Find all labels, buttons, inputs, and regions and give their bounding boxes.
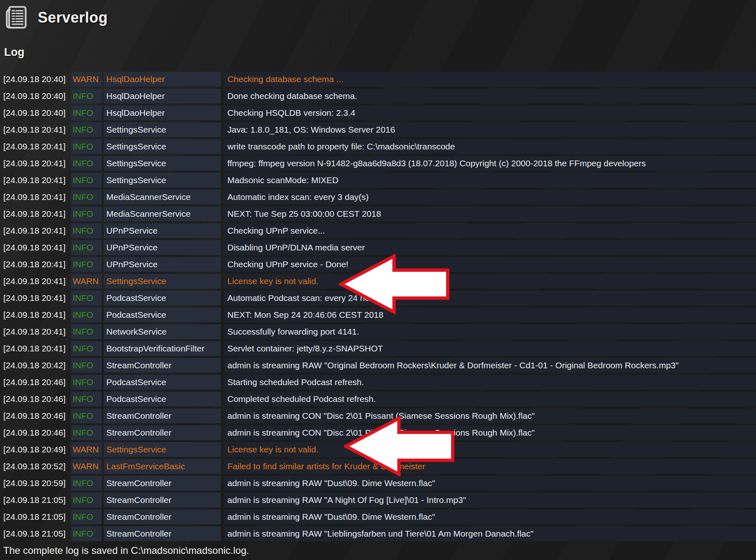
log-row: [24.09.18 20:41]INFOUPnPServiceChecking … [0, 223, 756, 238]
log-service-name: StreamController [104, 425, 221, 440]
log-service-name: LastFmServiceBasic [104, 459, 221, 474]
log-level-badge: INFO [71, 341, 102, 356]
log-level-badge: INFO [71, 190, 102, 204]
log-book-icon [4, 5, 29, 30]
log-level-badge: WARN [71, 72, 102, 87]
log-timestamp: [24.09.18 20:41] [0, 341, 71, 356]
log-level-badge: WARN [71, 274, 102, 289]
log-file-path-note: The complete log is saved in C:\madsonic… [3, 545, 249, 556]
log-row: [24.09.18 20:42]INFOStreamControlleradmi… [0, 358, 756, 373]
log-row: [24.09.18 21:05]INFOStreamControlleradmi… [0, 510, 756, 524]
log-message: Failed to find similar artists for Krude… [224, 459, 756, 474]
log-level-badge: INFO [71, 291, 102, 305]
log-timestamp: [24.09.18 20:41] [0, 173, 71, 188]
log-message: Completed scheduled Podcast refresh. [224, 392, 756, 406]
log-message: write transcode path to property file: C… [224, 139, 756, 154]
log-row: [24.09.18 20:41]INFOMediaScannerServiceA… [0, 190, 756, 204]
log-level-badge: INFO [71, 89, 102, 103]
serverlog-page: Serverlog Log [24.09.18 20:40]WARNHsqlDa… [0, 0, 756, 560]
log-message: Checking database schema ... [224, 72, 756, 87]
log-timestamp: [24.09.18 20:41] [0, 139, 71, 154]
log-level-badge: INFO [71, 308, 102, 322]
log-row: [24.09.18 20:41]INFOSettingsServiceJava:… [0, 122, 756, 137]
log-level-badge: INFO [71, 493, 102, 507]
log-timestamp: [24.09.18 20:41] [0, 207, 71, 221]
log-service-name: NetworkService [104, 324, 221, 339]
log-timestamp: [24.09.18 20:41] [0, 190, 71, 204]
log-row: [24.09.18 20:41]INFOUPnPServiceDisabling… [0, 240, 756, 255]
log-message: admin is streaming CON "Disc 2\01 Pissan… [224, 425, 756, 440]
log-level-badge: INFO [71, 106, 102, 120]
license-warning-arrow-2 [344, 416, 455, 476]
log-timestamp: [24.09.18 20:41] [0, 156, 71, 171]
log-level-badge: INFO [71, 375, 102, 390]
license-warning-arrow-1 [339, 254, 450, 314]
log-level-badge: INFO [71, 392, 102, 406]
log-service-name: StreamController [104, 476, 221, 491]
log-timestamp: [24.09.18 20:40] [0, 106, 71, 120]
log-timestamp: [24.09.18 20:52] [0, 459, 71, 474]
log-message: Checking UPnP service... [224, 223, 756, 238]
log-service-name: SettingsService [104, 122, 221, 137]
log-row: [24.09.18 20:59]INFOStreamControlleradmi… [0, 476, 756, 491]
log-level-badge: INFO [71, 122, 102, 137]
log-service-name: UPnPService [104, 240, 221, 255]
log-timestamp: [24.09.18 20:49] [0, 442, 71, 457]
log-row: [24.09.18 21:05]INFOStreamControlleradmi… [0, 526, 756, 541]
log-message: Disabling UPnP/DLNA media server [224, 240, 756, 255]
log-message: License key is not valid. [224, 442, 756, 457]
log-row: [24.09.18 20:41]INFOSettingsServiceffmpe… [0, 156, 756, 171]
log-service-name: StreamController [104, 358, 221, 373]
log-timestamp: [24.09.18 20:59] [0, 476, 71, 491]
log-service-name: HsqlDaoHelper [104, 106, 221, 120]
log-row: [24.09.18 20:41]INFONetworkServiceSucces… [0, 324, 756, 339]
log-timestamp: [24.09.18 20:40] [0, 89, 71, 103]
log-level-badge: WARN [71, 459, 102, 474]
log-timestamp: [24.09.18 20:41] [0, 122, 71, 137]
log-timestamp: [24.09.18 20:41] [0, 240, 71, 255]
log-timestamp: [24.09.18 20:42] [0, 358, 71, 373]
log-timestamp: [24.09.18 20:46] [0, 375, 71, 390]
log-row: [24.09.18 20:46]INFOPodcastServiceComple… [0, 392, 756, 406]
log-message: NEXT: Tue Sep 25 03:00:00 CEST 2018 [224, 207, 756, 221]
log-service-name: StreamController [104, 493, 221, 507]
log-level-badge: INFO [71, 526, 102, 541]
log-row: [24.09.18 20:41]INFOMediaScannerServiceN… [0, 207, 756, 221]
log-service-name: StreamController [104, 510, 221, 524]
log-message: admin is streaming RAW "Lieblingsfarben … [224, 526, 756, 541]
log-service-name: PodcastService [104, 392, 221, 406]
log-level-badge: INFO [71, 409, 102, 423]
log-message: License key is not valid. [224, 274, 756, 289]
page-header: Serverlog [4, 5, 108, 30]
log-level-badge: INFO [71, 223, 102, 238]
log-section-heading: Log [4, 46, 24, 59]
log-row: [24.09.18 20:41]INFOBootstrapVerificatio… [0, 341, 756, 356]
log-service-name: StreamController [104, 409, 221, 423]
log-message: Starting scheduled Podcast refresh. [224, 375, 756, 390]
log-service-name: HsqlDaoHelper [104, 72, 221, 87]
log-message: Servlet container: jetty/8.y.z-SNAPSHOT [224, 341, 756, 356]
log-level-badge: INFO [71, 240, 102, 255]
log-timestamp: [24.09.18 20:41] [0, 324, 71, 339]
log-service-name: PodcastService [104, 375, 221, 390]
log-timestamp: [24.09.18 20:41] [0, 308, 71, 322]
log-message: admin is streaming RAW "Dust\09. Dime We… [224, 476, 756, 491]
log-message: Automatic index scan: every 3 day(s) [224, 190, 756, 204]
log-message: Automatic Podcast scan: every 24 hour(s) [224, 291, 756, 305]
log-message: Madsonic scanMode: MIXED [224, 173, 756, 188]
log-service-name: SettingsService [104, 139, 221, 154]
log-level-badge: INFO [71, 173, 102, 188]
log-message: ffmpeg: ffmpeg version N-91482-g8aa6d9a8… [224, 156, 756, 171]
log-service-name: PodcastService [104, 291, 221, 305]
log-service-name: MediaScannerService [104, 190, 221, 204]
log-timestamp: [24.09.18 20:41] [0, 257, 71, 272]
log-row: [24.09.18 20:40]WARNHsqlDaoHelperCheckin… [0, 72, 756, 87]
log-timestamp: [24.09.18 20:46] [0, 392, 71, 406]
arrow-left-icon [344, 416, 455, 476]
log-message: Java: 1.8.0_181, OS: Windows Server 2016 [224, 122, 756, 137]
log-level-badge: INFO [71, 358, 102, 373]
log-level-badge: INFO [71, 476, 102, 491]
log-message: Successfully forwarding port 4141. [224, 324, 756, 339]
log-message: Checking HSQLDB version: 2.3.4 [224, 106, 756, 120]
page-title: Serverlog [38, 9, 108, 26]
